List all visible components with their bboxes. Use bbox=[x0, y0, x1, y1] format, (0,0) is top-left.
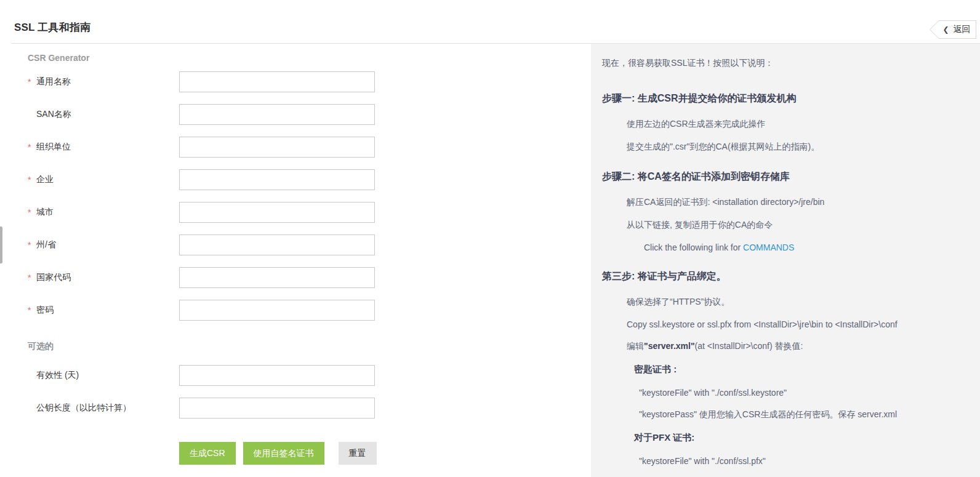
form-row-key-size: 公钥长度（以比特计算） bbox=[28, 398, 591, 419]
required-marker: * bbox=[28, 175, 31, 185]
header-divider bbox=[11, 43, 980, 44]
org-unit-label: 组织单位 bbox=[36, 142, 71, 151]
field-label: * 州/省 bbox=[28, 239, 179, 251]
form-row-validity-days: 有效性 (天) bbox=[28, 365, 591, 386]
commands-link[interactable]: COMMANDS bbox=[743, 243, 794, 252]
field-label: * 企业 bbox=[28, 174, 179, 185]
common-name-label: 通用名称 bbox=[36, 76, 71, 86]
organization-label: 企业 bbox=[36, 174, 54, 184]
step2-link-line: Click the following link for COMMANDS bbox=[644, 243, 970, 252]
org-unit-input[interactable] bbox=[179, 137, 375, 158]
back-button-label: 返回 bbox=[954, 24, 971, 35]
field-label: * 组织单位 bbox=[28, 142, 179, 153]
san-name-label: SAN名称 bbox=[36, 109, 71, 119]
pfx-line-1: "keystoreFile" with "./conf/ssl.pfx" bbox=[639, 456, 970, 466]
form-row-country-code: * 国家代码 bbox=[28, 267, 591, 288]
self-signed-cert-button[interactable]: 使用自签名证书 bbox=[243, 442, 324, 465]
edit-prefix: 编辑 bbox=[627, 341, 644, 351]
ssl-guide-panel: 现在，很容易获取SSL证书！按照以下说明： 步骤一: 生成CSR并提交给你的证书… bbox=[591, 44, 980, 477]
step3-edit-line: 编辑"server.xml"(at <InstallDir>\conf) 替换值… bbox=[627, 341, 970, 352]
slide-panel-handle[interactable] bbox=[0, 226, 2, 263]
step1-line-2: 提交生成的".csr"到您的CA(根据其网站上的指南)。 bbox=[627, 142, 970, 153]
form-row-password: * 密码 bbox=[28, 300, 591, 321]
link-prefix: Click the following link for bbox=[644, 243, 743, 252]
edit-suffix: (at <InstallDir>\conf) 替换值: bbox=[695, 341, 803, 351]
country-code-input[interactable] bbox=[179, 267, 375, 288]
required-marker: * bbox=[28, 207, 31, 217]
page-title: SSL 工具和指南 bbox=[14, 20, 90, 34]
form-row-common-name: * 通用名称 bbox=[28, 71, 591, 92]
key-size-label: 公钥长度（以比特计算） bbox=[36, 403, 131, 412]
state-input[interactable] bbox=[179, 234, 375, 255]
validity-days-label: 有效性 (天) bbox=[36, 370, 79, 380]
step2-line-2: 从以下链接, 复制适用于你的CA的命令 bbox=[627, 220, 970, 231]
guide-intro: 现在，很容易获取SSL证书！按照以下说明： bbox=[602, 58, 970, 69]
form-row-org-unit: * 组织单位 bbox=[28, 137, 591, 158]
field-label: * 密码 bbox=[28, 305, 179, 316]
step2-line-1: 解压CA返回的证书到: <installation directory>/jre… bbox=[627, 197, 970, 208]
organization-input[interactable] bbox=[179, 169, 375, 190]
step3-https-line: 确保选择了“HTTPS”协议。 bbox=[627, 297, 970, 308]
validity-days-input[interactable] bbox=[179, 365, 375, 386]
form-row-san-name: SAN名称 bbox=[28, 104, 591, 125]
keystore-cert-heading: 密匙证书 : bbox=[634, 364, 970, 375]
city-label: 城市 bbox=[36, 207, 54, 217]
field-label: * 通用名称 bbox=[28, 76, 179, 87]
required-marker: * bbox=[28, 305, 31, 315]
state-label: 州/省 bbox=[36, 239, 56, 249]
csr-generator-section-title: CSR Generator bbox=[28, 53, 591, 63]
required-marker: * bbox=[28, 273, 31, 283]
password-input[interactable] bbox=[179, 300, 375, 321]
city-input[interactable] bbox=[179, 202, 375, 223]
reset-button[interactable]: 重置 bbox=[339, 442, 377, 465]
step2-heading: 步骤二: 将CA签名的证书添加到密钥存储库 bbox=[602, 170, 970, 183]
required-marker: * bbox=[28, 77, 31, 87]
optional-section-title: 可选的 bbox=[28, 341, 591, 352]
country-code-label: 国家代码 bbox=[36, 272, 71, 282]
form-row-city: * 城市 bbox=[28, 202, 591, 223]
page-header: SSL 工具和指南 ❮ 返回 bbox=[0, 0, 980, 44]
key-size-input[interactable] bbox=[179, 398, 375, 419]
form-row-organization: * 企业 bbox=[28, 169, 591, 190]
step1-heading: 步骤一: 生成CSR并提交给你的证书颁发机构 bbox=[602, 92, 970, 105]
csr-generator-form: CSR Generator * 通用名称 SAN名称 * 组织单位 * bbox=[0, 44, 591, 477]
step3-copy-line: Copy ssl.keystore or ssl.pfx from <Insta… bbox=[627, 319, 970, 329]
field-label: * 国家代码 bbox=[28, 272, 179, 283]
password-label: 密码 bbox=[36, 305, 54, 315]
common-name-input[interactable] bbox=[179, 71, 375, 92]
form-actions: 生成CSR 使用自签名证书 重置 bbox=[179, 442, 591, 465]
keystore-line-1: "keystoreFile" with "./conf/ssl.keystore… bbox=[639, 388, 970, 398]
required-marker: * bbox=[28, 142, 31, 152]
keystore-line-2: "keystorePass" 使用您输入CSR生成器的任何密码。保存 serve… bbox=[639, 409, 970, 420]
field-label: 有效性 (天) bbox=[28, 370, 179, 381]
back-button[interactable]: ❮ 返回 bbox=[930, 20, 976, 39]
required-marker: * bbox=[28, 240, 31, 250]
form-row-state: * 州/省 bbox=[28, 234, 591, 255]
chevron-left-icon: ❮ bbox=[942, 25, 949, 34]
field-label: * 城市 bbox=[28, 207, 179, 218]
generate-csr-button[interactable]: 生成CSR bbox=[179, 442, 236, 465]
server-xml-bold: "server.xml" bbox=[644, 341, 695, 351]
san-name-input[interactable] bbox=[179, 104, 375, 125]
step3-heading: 第三步: 将证书与产品绑定。 bbox=[602, 270, 970, 283]
pfx-cert-heading: 对于PFX 证书: bbox=[634, 432, 970, 444]
field-label: 公钥长度（以比特计算） bbox=[28, 403, 179, 414]
field-label: SAN名称 bbox=[28, 109, 179, 120]
step1-line-1: 使用左边的CSR生成器来完成此操作 bbox=[627, 119, 970, 130]
